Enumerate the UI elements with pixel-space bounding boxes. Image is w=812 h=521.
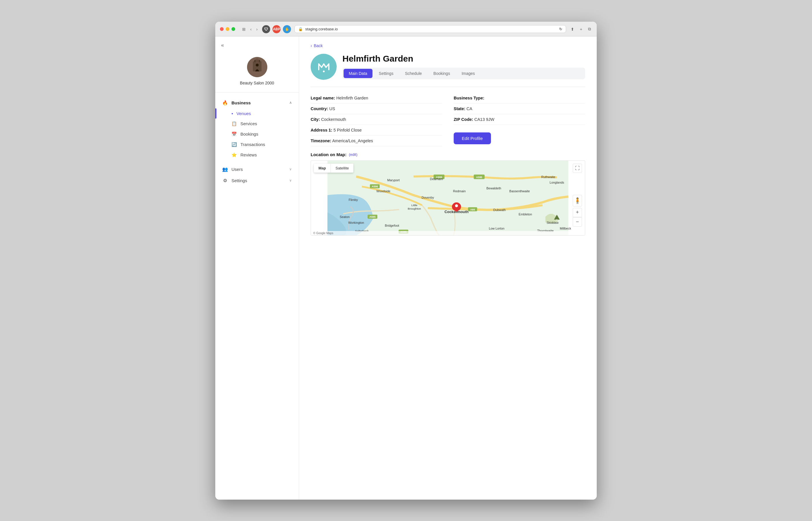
active-indicator <box>215 108 216 118</box>
sidebar-item-reviews[interactable]: ⭐ Reviews <box>218 150 296 160</box>
maximize-button[interactable] <box>232 27 235 31</box>
venue-header: Helmfirth Garden Main Data Settings Sche… <box>311 54 585 80</box>
svg-text:Skiddaw: Skiddaw <box>547 221 558 224</box>
tabs-overview-button[interactable]: ⧉ <box>587 26 592 32</box>
chevron-up-icon: ∧ <box>289 100 292 105</box>
sidebar-item-transactions[interactable]: 🔄 Transactions <box>218 139 296 150</box>
svg-text:Bassenthwaite: Bassenthwaite <box>509 189 530 193</box>
tab-settings[interactable]: Settings <box>374 69 399 78</box>
map-attribution-text: © Google Maps <box>313 232 333 235</box>
svg-text:Little: Little <box>411 203 417 206</box>
app-container: « <box>215 37 597 500</box>
sidebar-item-users[interactable]: 👥 Users ∨ <box>218 164 296 175</box>
new-tab-button[interactable]: + <box>579 26 583 32</box>
profile-left-column: Legal name: Helmfirth Garden Country: US… <box>311 93 442 146</box>
svg-text:Bewaldeth: Bewaldeth <box>486 186 501 190</box>
sidebar-item-settings[interactable]: ⚙ Settings ∨ <box>218 175 296 186</box>
edit-profile-area: Edit Profile <box>454 125 585 144</box>
traffic-lights <box>220 27 235 31</box>
tab-main-data[interactable]: Main Data <box>343 69 373 78</box>
location-map-label: Location on Map: <box>311 152 347 157</box>
sidebar-item-business[interactable]: 🔥 Business ∧ <box>218 97 296 108</box>
map-type-satellite-button[interactable]: Satellite <box>331 164 353 173</box>
sidebar-item-bookings[interactable]: 📅 Bookings <box>218 129 296 139</box>
svg-text:Maryport: Maryport <box>387 178 400 182</box>
sidebar-item-label-settings: Settings <box>232 178 286 183</box>
svg-text:Low Lorton: Low Lorton <box>489 227 504 230</box>
sidebar-item-venues[interactable]: ▪ Venues <box>218 108 296 118</box>
tab-schedule[interactable]: Schedule <box>400 69 427 78</box>
address-bar[interactable]: 🔒 staging.corebase.io ↻ <box>294 25 566 33</box>
business-name: Beauty Salon 2000 <box>240 81 274 85</box>
sidebar-item-services[interactable]: 📋 Services <box>218 118 296 129</box>
browser-chrome: ⊞ ‹ › 🛡 ABP ✋ 🔒 staging.corebase.io ↻ ⬆ … <box>215 22 597 37</box>
fire-icon: 🔥 <box>222 100 228 106</box>
share-button[interactable]: ⬆ <box>570 26 575 32</box>
browser-controls: ⊞ ‹ › <box>241 26 259 32</box>
field-zip: ZIP Code: CA13 9JW <box>454 114 585 125</box>
venue-name: Helmfirth Garden <box>342 54 585 64</box>
svg-text:A596: A596 <box>372 185 378 188</box>
forward-navigation-button[interactable]: › <box>255 26 259 32</box>
svg-text:A595: A595 <box>476 176 482 178</box>
svg-text:Longlands: Longlands <box>550 181 564 184</box>
reload-icon[interactable]: ↻ <box>559 27 562 31</box>
field-country: Country: US <box>311 104 442 114</box>
map-zoom-out-button[interactable]: − <box>573 218 582 227</box>
sidebar-toggle-button[interactable]: ⊞ <box>241 26 247 32</box>
business-subnav: ▪ Venues 📋 Services 📅 Bookings 🔄 Transac… <box>218 108 296 160</box>
map-fullscreen-button[interactable]: ⛶ <box>573 164 582 173</box>
sidebar-collapse-button[interactable]: « <box>215 42 299 54</box>
map-container: Map Satellite ⛶ <box>311 160 585 236</box>
browser-action-buttons: ⬆ + ⧉ <box>570 26 592 32</box>
url-text: staging.corebase.io <box>305 27 338 31</box>
svg-text:Workington: Workington <box>348 221 364 224</box>
map-zoom-in-button[interactable]: + <box>573 208 582 217</box>
back-link[interactable]: ‹ Back <box>311 43 585 48</box>
edit-profile-button[interactable]: Edit Profile <box>454 132 491 144</box>
sidebar-item-label-venues: Venues <box>236 111 251 116</box>
svg-text:Millbeck: Millbeck <box>560 227 571 230</box>
venues-icon: ▪ <box>232 111 233 116</box>
minimize-button[interactable] <box>226 27 230 31</box>
sidebar-profile: Beauty Salon 2000 <box>215 54 299 92</box>
tab-images[interactable]: Images <box>456 69 480 78</box>
venue-logo-svg <box>316 59 332 74</box>
zip-value: CA13 9JW <box>474 117 494 122</box>
back-navigation-button[interactable]: ‹ <box>249 26 253 32</box>
shield-extension-icon[interactable]: 🛡 <box>262 25 270 33</box>
svg-text:▲: ▲ <box>556 218 558 221</box>
field-business-type: Business Type: <box>454 93 585 104</box>
address-label: Address 1: <box>311 128 332 132</box>
svg-text:Dubwath: Dubwath <box>493 208 506 211</box>
svg-text:Broughton: Broughton <box>408 207 421 210</box>
zip-label: ZIP Code: <box>454 117 473 122</box>
finger-extension-icon[interactable]: ✋ <box>283 25 291 33</box>
sidebar-item-label-reviews: Reviews <box>240 152 257 157</box>
sidebar-item-label-bookings: Bookings <box>240 132 258 136</box>
secondary-nav: 👥 Users ∨ ⚙ Settings ∨ <box>218 164 296 186</box>
adblock-extension-icon[interactable]: ABP <box>272 25 281 33</box>
field-timezone: Timezone: America/Los_Angeles <box>311 136 442 146</box>
svg-text:Bridgefoot: Bridgefoot <box>385 224 399 227</box>
country-value: US <box>329 106 335 111</box>
state-value: CA <box>467 106 472 111</box>
svg-point-46 <box>455 204 458 207</box>
map-type-map-button[interactable]: Map <box>314 164 331 173</box>
state-label: State: <box>454 106 465 111</box>
svg-point-3 <box>256 58 259 64</box>
address-value: 5 Pinfold Close <box>333 128 362 132</box>
close-button[interactable] <box>220 27 224 31</box>
main-content: ‹ Back Helmfir <box>299 37 597 500</box>
city-value: Cockermouth <box>321 117 346 122</box>
city-label: City: <box>311 117 320 122</box>
map-streetview-button[interactable]: 🧍 <box>573 195 582 206</box>
tab-bookings[interactable]: Bookings <box>428 69 455 78</box>
location-edit-link[interactable]: (edit) <box>349 152 357 157</box>
sidebar-item-label-transactions: Transactions <box>240 142 265 147</box>
users-icon: 👥 <box>222 166 228 172</box>
field-legal-name: Legal name: Helmfirth Garden <box>311 93 442 104</box>
profile-right-column: Business Type: State: CA ZIP Code: CA13 … <box>454 93 585 146</box>
settings-icon: ⚙ <box>222 178 228 183</box>
services-icon: 📋 <box>232 121 237 126</box>
